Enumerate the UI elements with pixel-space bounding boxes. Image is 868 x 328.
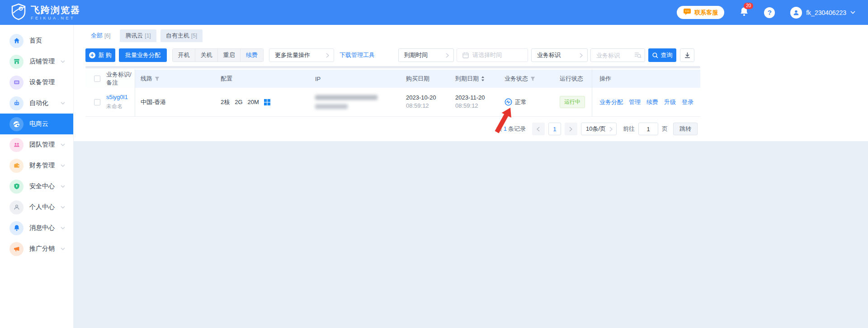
sort-icon[interactable] [481, 76, 485, 81]
shop-icon [9, 55, 24, 69]
buy-date: 2023-10-20 [406, 94, 449, 102]
globe-cloud-icon [9, 117, 24, 131]
shield-logo-icon [11, 3, 26, 22]
sidebar-item-shop-management[interactable]: 店铺管理 [0, 51, 73, 72]
sidebar-item-security-center[interactable]: 安全中心 [0, 176, 73, 197]
select-all-checkbox[interactable] [94, 76, 100, 82]
goto-page-input[interactable] [638, 123, 658, 135]
tab-all[interactable]: 全部[6] [85, 29, 116, 42]
chevron-down-icon [61, 247, 65, 250]
robot-icon [9, 96, 24, 110]
biz-status-text: 正常 [515, 98, 527, 106]
chevron-down-icon [61, 164, 65, 167]
sidebar-item-ecommerce-cloud[interactable]: 电商云 [0, 114, 73, 134]
calendar-icon [462, 52, 469, 58]
search-icon [652, 52, 658, 58]
buy-time: 08:59:12 [406, 102, 449, 110]
download-icon [684, 52, 690, 58]
next-page-button[interactable] [565, 123, 577, 135]
more-batch-dropdown[interactable]: 更多批量操作 [269, 48, 334, 62]
power-off-button[interactable]: 关机 [195, 49, 218, 62]
person-icon [9, 200, 24, 214]
new-purchase-button[interactable]: 新 购 [85, 48, 115, 62]
sidebar: 首页 店铺管理 设备管理 自动化 电商云 团队管理 [0, 25, 74, 328]
record-total: 共1条记录 [496, 125, 526, 133]
expire-time-select[interactable]: 到期时间 [398, 48, 454, 62]
query-button[interactable]: 查询 [648, 48, 676, 62]
user-menu[interactable]: fk_230406223 [790, 7, 855, 19]
op-renew-link[interactable]: 续费 [646, 98, 658, 106]
power-on-button[interactable]: 开机 [173, 49, 195, 62]
toolbar: 新 购 批量业务分配 开机 关机 重启 续费 更多批量操作 [85, 48, 700, 62]
instance-remark: 未命名 [106, 103, 135, 110]
sidebar-item-promotion[interactable]: 推广分销 [0, 238, 73, 259]
sidebar-item-automation[interactable]: 自动化 [0, 93, 73, 114]
top-header: 飞跨浏览器 FEIKUA.NET 联系客服 20 ? [0, 0, 868, 25]
op-manage-link[interactable]: 管理 [629, 98, 641, 106]
server-table: 业务标识/备注 线路 配置 IP 购买日期 到期日期 [85, 70, 700, 117]
tab-own-host[interactable]: 自有主机[5] [160, 29, 203, 42]
filter-funnel-icon[interactable] [530, 76, 535, 81]
team-icon [9, 138, 24, 152]
date-picker-input[interactable]: 请选择时间 [457, 48, 528, 62]
sidebar-item-team-management[interactable]: 团队管理 [0, 134, 73, 155]
user-icon [793, 9, 800, 16]
tab-tencent-cloud[interactable]: 腾讯云[1] [120, 29, 156, 42]
question-icon: ? [768, 9, 772, 16]
ip-redacted [297, 88, 397, 116]
page-size-select[interactable]: 10条/页 [581, 123, 617, 135]
biz-tag-select[interactable]: 业务标识 [531, 48, 588, 62]
op-upgrade-link[interactable]: 升级 [664, 98, 676, 106]
username: fk_230406223 [806, 9, 846, 16]
filter-funnel-icon[interactable] [155, 76, 160, 81]
batch-assign-button[interactable]: 批量业务分配 [119, 48, 167, 62]
date-placeholder: 请选择时间 [472, 51, 502, 59]
help-button[interactable]: ? [764, 7, 775, 18]
blurred-ip-line [315, 95, 377, 100]
running-status-badge: 运行中 [560, 96, 585, 108]
chevron-down-icon [61, 143, 65, 146]
sidebar-item-message-center[interactable]: 消息中心 [0, 218, 73, 238]
pagination: 共1条记录 1 10条/页 前往 页 跳转 [85, 123, 700, 135]
sidebar-item-personal-center[interactable]: 个人中心 [0, 197, 73, 218]
wallet-icon [9, 159, 24, 173]
sidebar-item-device-management[interactable]: 设备管理 [0, 72, 73, 93]
table-header-row: 业务标识/备注 线路 配置 IP 购买日期 到期日期 [85, 70, 700, 88]
bell-icon [9, 221, 24, 235]
chat-bubble-icon [683, 8, 691, 17]
download-tool-link[interactable]: 下载管理工具 [340, 51, 375, 59]
export-button[interactable] [680, 48, 694, 62]
status-pulse-icon [505, 98, 512, 106]
instance-id-link[interactable]: s5iyg0l1 [106, 94, 135, 100]
app-title: 飞跨浏览器 [31, 5, 80, 15]
main-area: 全部[6] 腾讯云[1] 自有主机[5] 新 购 批量业务分配 [74, 25, 868, 328]
megaphone-icon [9, 242, 24, 256]
device-icon [9, 76, 24, 90]
prev-page-button[interactable] [532, 123, 545, 135]
chevron-right-icon [326, 53, 329, 58]
blurred-ip-line [315, 104, 348, 109]
sidebar-item-finance-management[interactable]: 财务管理 [0, 155, 73, 176]
home-icon [9, 34, 24, 48]
op-assign-link[interactable]: 业务分配 [599, 98, 623, 106]
contact-support-button[interactable]: 联系客服 [677, 6, 724, 19]
app-subtitle: FEIKUA.NET [31, 16, 80, 20]
jump-button[interactable]: 跳转 [673, 123, 698, 135]
restart-button[interactable]: 重启 [218, 49, 241, 62]
sidebar-item-home[interactable]: 首页 [0, 30, 73, 51]
op-login-link[interactable]: 登录 [682, 98, 693, 106]
table-horizontal-scrollbar[interactable] [85, 66, 700, 68]
batch-action-group: 开机 关机 重启 续费 [172, 48, 264, 62]
expire-time: 08:59:12 [455, 102, 499, 110]
goto-suffix: 页 [662, 125, 668, 133]
chevron-right-icon [569, 127, 572, 132]
notification-count-badge: 20 [744, 3, 753, 9]
filter-search-icon [634, 52, 642, 59]
row-checkbox[interactable] [94, 99, 100, 105]
page-number-button[interactable]: 1 [548, 123, 561, 135]
notifications-button[interactable]: 20 [740, 7, 749, 19]
chevron-left-icon [537, 127, 540, 132]
chevron-down-icon [61, 206, 65, 209]
renew-button[interactable]: 续费 [241, 49, 263, 62]
shield-icon [9, 180, 24, 194]
